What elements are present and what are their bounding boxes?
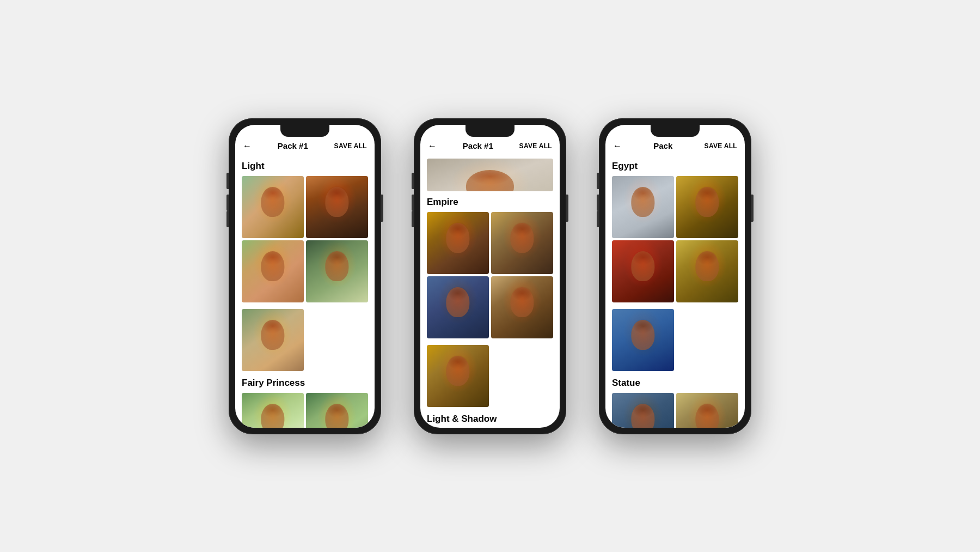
pack-title-middle: Pack #1 bbox=[463, 141, 493, 150]
save-all-left[interactable]: SAVE ALL bbox=[334, 142, 367, 150]
notch-right bbox=[651, 125, 700, 137]
image-cell[interactable] bbox=[242, 393, 304, 428]
section-heading-lightshadow: Light & Shadow bbox=[427, 414, 553, 424]
screen-left: ← Pack #1 SAVE ALL Light bbox=[235, 125, 375, 428]
portrait-p1-1[interactable] bbox=[242, 176, 304, 238]
image-cell[interactable] bbox=[491, 276, 553, 338]
image-cell[interactable] bbox=[306, 176, 368, 238]
back-button-left[interactable]: ← bbox=[243, 141, 252, 151]
image-cell[interactable] bbox=[676, 240, 738, 302]
portrait-crown[interactable] bbox=[427, 159, 553, 191]
portrait-statue1[interactable] bbox=[612, 393, 674, 428]
portrait-empire5[interactable] bbox=[427, 345, 489, 407]
image-cell[interactable] bbox=[427, 212, 489, 274]
portrait-empire1[interactable] bbox=[427, 212, 489, 274]
image-cell[interactable] bbox=[612, 240, 674, 302]
notch-middle bbox=[465, 125, 514, 137]
portrait-egypt5[interactable] bbox=[612, 309, 674, 371]
image-cell[interactable] bbox=[427, 345, 489, 407]
portrait-fp1[interactable] bbox=[242, 393, 304, 428]
portrait-p1-2[interactable] bbox=[306, 176, 368, 238]
image-cell[interactable] bbox=[676, 176, 738, 238]
scroll-area-right[interactable]: Egypt bbox=[605, 154, 745, 428]
phone-right-inner: ← Pack SAVE ALL Egypt bbox=[605, 125, 745, 428]
section-heading-light: Light bbox=[242, 161, 368, 172]
portrait-egypt4[interactable] bbox=[676, 240, 738, 302]
image-cell[interactable] bbox=[242, 309, 304, 371]
portrait-egypt3[interactable] bbox=[612, 240, 674, 302]
phone-middle-inner: ← Pack #1 SAVE ALL Empire bbox=[420, 125, 560, 428]
img-grid-fairy bbox=[242, 393, 368, 428]
save-all-right[interactable]: SAVE ALL bbox=[705, 142, 737, 150]
portrait-empire4[interactable] bbox=[491, 276, 553, 338]
phone-middle-wrapper: ← Pack #1 SAVE ALL Empire bbox=[414, 118, 566, 434]
scroll-area-left[interactable]: Light bbox=[235, 154, 375, 428]
section-heading-empire: Empire bbox=[427, 197, 553, 208]
portrait-egypt2[interactable] bbox=[676, 176, 738, 238]
portrait-p1-3[interactable] bbox=[242, 240, 304, 302]
image-cell[interactable] bbox=[242, 240, 304, 302]
back-button-middle[interactable]: ← bbox=[428, 141, 437, 151]
image-cell[interactable] bbox=[306, 393, 368, 428]
back-button-right[interactable]: ← bbox=[613, 141, 622, 151]
portrait-p1-4[interactable] bbox=[306, 240, 368, 302]
img-grid-light bbox=[242, 176, 368, 302]
top-bar-right: ← Pack SAVE ALL bbox=[605, 138, 745, 154]
notch-left bbox=[280, 125, 329, 137]
scroll-area-middle[interactable]: Empire bbox=[420, 154, 560, 428]
phone-middle: ← Pack #1 SAVE ALL Empire bbox=[414, 118, 566, 434]
image-cell[interactable] bbox=[676, 393, 738, 428]
image-cell[interactable] bbox=[242, 176, 304, 238]
save-all-middle[interactable]: SAVE ALL bbox=[519, 142, 552, 150]
phone-left-wrapper: ← Pack #1 SAVE ALL Light bbox=[229, 118, 381, 434]
section-heading-statue: Statue bbox=[612, 378, 738, 389]
top-bar-middle: ← Pack #1 SAVE ALL bbox=[420, 138, 560, 154]
phone-right-wrapper: ← Pack SAVE ALL Egypt bbox=[599, 118, 751, 434]
portrait-egypt1[interactable] bbox=[612, 176, 674, 238]
img-grid-egypt bbox=[612, 176, 738, 302]
image-cell[interactable] bbox=[427, 276, 489, 338]
image-cell[interactable] bbox=[612, 309, 674, 371]
screen-middle: ← Pack #1 SAVE ALL Empire bbox=[420, 125, 560, 428]
phone-right: ← Pack SAVE ALL Egypt bbox=[599, 118, 751, 434]
top-bar-left: ← Pack #1 SAVE ALL bbox=[235, 138, 375, 154]
image-cell[interactable] bbox=[306, 240, 368, 302]
section-heading-fairy: Fairy Princess bbox=[242, 378, 368, 389]
image-cell[interactable] bbox=[491, 212, 553, 274]
phone-left: ← Pack #1 SAVE ALL Light bbox=[229, 118, 381, 434]
pack-title-left: Pack #1 bbox=[278, 141, 308, 150]
portrait-statue2[interactable] bbox=[676, 393, 738, 428]
image-cell[interactable] bbox=[612, 393, 674, 428]
portrait-empire3[interactable] bbox=[427, 276, 489, 338]
pack-title-right: Pack bbox=[653, 141, 672, 150]
phone-left-inner: ← Pack #1 SAVE ALL Light bbox=[235, 125, 375, 428]
img-grid-statue bbox=[612, 393, 738, 428]
img-grid-empire bbox=[427, 212, 553, 338]
image-cell[interactable] bbox=[612, 176, 674, 238]
portrait-fp2[interactable] bbox=[306, 393, 368, 428]
screen-right: ← Pack SAVE ALL Egypt bbox=[605, 125, 745, 428]
section-heading-egypt: Egypt bbox=[612, 161, 738, 172]
portrait-p1-5[interactable] bbox=[242, 309, 304, 371]
portrait-empire2[interactable] bbox=[491, 212, 553, 274]
